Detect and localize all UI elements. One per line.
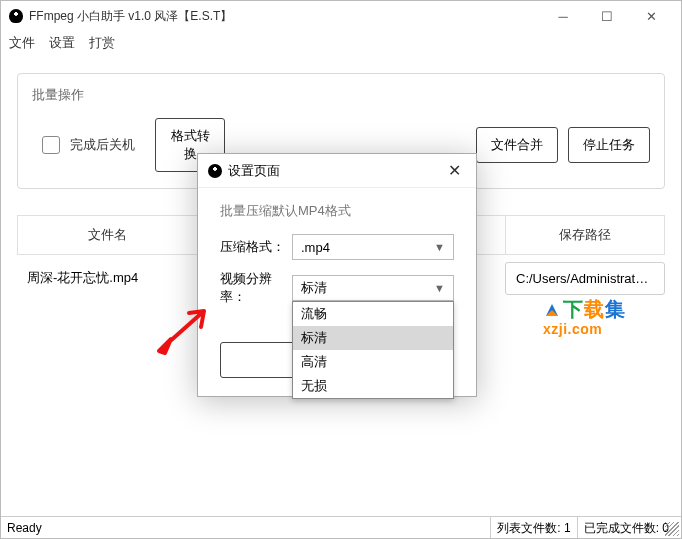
menu-file[interactable]: 文件 <box>9 34 35 52</box>
option-fluent[interactable]: 流畅 <box>293 302 453 326</box>
statusbar: Ready 列表文件数: 1 已完成文件数: 0 <box>1 516 681 538</box>
shutdown-checkbox[interactable] <box>42 136 60 154</box>
window-title: FFmpeg 小白助手 v1.0 风泽【E.S.T】 <box>29 8 232 25</box>
watermark-icon <box>543 302 561 320</box>
status-ready: Ready <box>7 521 42 535</box>
col-savepath: 保存路径 <box>505 215 665 255</box>
status-done-count: 已完成文件数: 0 <box>577 517 675 539</box>
menu-settings[interactable]: 设置 <box>49 34 75 52</box>
maximize-button[interactable]: ☐ <box>585 2 629 30</box>
titlebar: FFmpeg 小白助手 v1.0 风泽【E.S.T】 ─ ☐ ✕ <box>1 1 681 31</box>
app-logo-icon <box>9 9 23 23</box>
file-merge-button[interactable]: 文件合并 <box>476 127 558 163</box>
dialog-title: 设置页面 <box>228 162 280 180</box>
option-sd[interactable]: 标清 <box>293 326 453 350</box>
dialog-logo-icon <box>208 164 222 178</box>
resolution-label: 视频分辨率： <box>220 270 292 306</box>
dialog-section-title: 批量压缩默认MP4格式 <box>220 202 454 220</box>
close-button[interactable]: ✕ <box>629 2 673 30</box>
chevron-down-icon: ▼ <box>434 241 445 253</box>
status-list-count: 列表文件数: 1 <box>490 517 576 539</box>
watermark: 下载集 xzji.com <box>543 296 626 337</box>
dialog-close-button[interactable]: ✕ <box>442 161 466 180</box>
cell-savepath[interactable]: C:/Users/Administrator... <box>505 262 665 295</box>
menu-donate[interactable]: 打赏 <box>89 34 115 52</box>
batch-title: 批量操作 <box>32 86 650 104</box>
stop-task-button[interactable]: 停止任务 <box>568 127 650 163</box>
settings-dialog: 设置页面 ✕ 批量压缩默认MP4格式 压缩格式： .mp4 ▼ 视频分辨率： 标… <box>197 153 477 397</box>
cell-filename: 周深-花开忘忧.mp4 <box>17 261 197 295</box>
resolution-select[interactable]: 标清 ▼ 流畅 标清 高清 无损 <box>292 275 454 301</box>
resize-handle[interactable] <box>665 522 679 536</box>
option-hd[interactable]: 高清 <box>293 350 453 374</box>
resolution-dropdown: 流畅 标清 高清 无损 <box>292 301 454 399</box>
resolution-value: 标清 <box>301 279 327 297</box>
shutdown-label: 完成后关机 <box>70 136 135 154</box>
format-value: .mp4 <box>301 240 330 255</box>
format-label: 压缩格式： <box>220 238 292 256</box>
minimize-button[interactable]: ─ <box>541 2 585 30</box>
format-select[interactable]: .mp4 ▼ <box>292 234 454 260</box>
option-lossless[interactable]: 无损 <box>293 374 453 398</box>
col-filename: 文件名 <box>17 215 197 255</box>
chevron-down-icon: ▼ <box>434 282 445 294</box>
menubar: 文件 设置 打赏 <box>1 31 681 55</box>
